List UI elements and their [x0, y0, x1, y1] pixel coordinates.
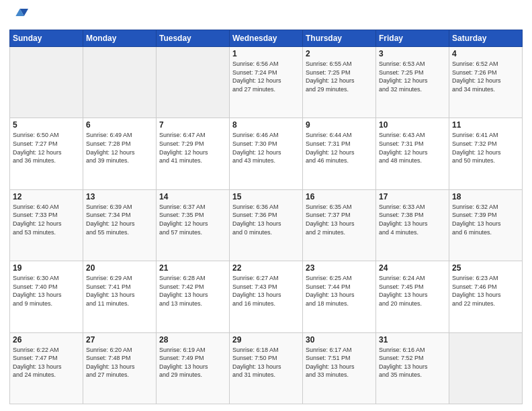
calendar-cell: 18Sunrise: 6:32 AM Sunset: 7:39 PM Dayli… [449, 189, 523, 261]
calendar-cell: 15Sunrise: 6:36 AM Sunset: 7:36 PM Dayli… [230, 189, 303, 261]
weekday-header-tuesday: Tuesday [157, 30, 230, 47]
day-info: Sunrise: 6:28 AM Sunset: 7:42 PM Dayligh… [159, 274, 226, 308]
calendar: SundayMondayTuesdayWednesdayThursdayFrid… [9, 30, 523, 404]
week-row-4: 19Sunrise: 6:30 AM Sunset: 7:40 PM Dayli… [10, 261, 523, 332]
day-number: 4 [452, 49, 519, 58]
day-info: Sunrise: 6:52 AM Sunset: 7:26 PM Dayligh… [452, 60, 519, 93]
weekday-row: SundayMondayTuesdayWednesdayThursdayFrid… [10, 30, 523, 47]
weekday-header-saturday: Saturday [449, 30, 523, 47]
day-info: Sunrise: 6:33 AM Sunset: 7:38 PM Dayligh… [379, 203, 446, 236]
calendar-cell: 10Sunrise: 6:43 AM Sunset: 7:31 PM Dayli… [376, 118, 449, 189]
calendar-cell: 16Sunrise: 6:35 AM Sunset: 7:37 PM Dayli… [303, 189, 376, 261]
day-number: 5 [13, 120, 80, 130]
day-number: 9 [306, 120, 373, 130]
day-number: 19 [13, 263, 80, 273]
day-info: Sunrise: 6:17 AM Sunset: 7:51 PM Dayligh… [306, 346, 373, 379]
day-number: 11 [452, 120, 519, 130]
calendar-cell: 1Sunrise: 6:56 AM Sunset: 7:24 PM Daylig… [230, 47, 303, 118]
day-info: Sunrise: 6:39 AM Sunset: 7:34 PM Dayligh… [86, 203, 153, 236]
day-number: 29 [232, 335, 300, 345]
day-number: 27 [86, 335, 153, 345]
calendar-cell [10, 47, 83, 118]
day-info: Sunrise: 6:24 AM Sunset: 7:45 PM Dayligh… [379, 274, 446, 308]
calendar-body: 1Sunrise: 6:56 AM Sunset: 7:24 PM Daylig… [10, 47, 523, 404]
day-info: Sunrise: 6:30 AM Sunset: 7:40 PM Dayligh… [13, 274, 80, 308]
calendar-cell: 11Sunrise: 6:41 AM Sunset: 7:32 PM Dayli… [449, 118, 523, 189]
day-number: 17 [379, 192, 446, 201]
day-number: 2 [306, 49, 373, 58]
calendar-cell: 30Sunrise: 6:17 AM Sunset: 7:51 PM Dayli… [303, 332, 376, 404]
calendar-cell: 20Sunrise: 6:29 AM Sunset: 7:41 PM Dayli… [83, 261, 157, 332]
day-info: Sunrise: 6:18 AM Sunset: 7:50 PM Dayligh… [232, 346, 300, 379]
day-info: Sunrise: 6:20 AM Sunset: 7:48 PM Dayligh… [86, 346, 153, 379]
day-info: Sunrise: 6:47 AM Sunset: 7:29 PM Dayligh… [159, 131, 226, 165]
day-info: Sunrise: 6:41 AM Sunset: 7:32 PM Dayligh… [452, 131, 519, 165]
day-info: Sunrise: 6:19 AM Sunset: 7:49 PM Dayligh… [159, 346, 226, 379]
calendar-cell: 17Sunrise: 6:33 AM Sunset: 7:38 PM Dayli… [376, 189, 449, 261]
day-info: Sunrise: 6:43 AM Sunset: 7:31 PM Dayligh… [379, 131, 446, 165]
calendar-cell [157, 47, 230, 118]
day-number: 13 [86, 192, 153, 201]
header [9, 7, 523, 26]
calendar-cell: 28Sunrise: 6:19 AM Sunset: 7:49 PM Dayli… [157, 332, 230, 404]
weekday-header-monday: Monday [83, 30, 157, 47]
day-number: 30 [306, 335, 373, 345]
day-info: Sunrise: 6:49 AM Sunset: 7:28 PM Dayligh… [86, 131, 153, 165]
calendar-cell: 8Sunrise: 6:46 AM Sunset: 7:30 PM Daylig… [230, 118, 303, 189]
calendar-cell: 26Sunrise: 6:22 AM Sunset: 7:47 PM Dayli… [10, 332, 83, 404]
page: SundayMondayTuesdayWednesdayThursdayFrid… [0, 0, 532, 411]
calendar-cell: 12Sunrise: 6:40 AM Sunset: 7:33 PM Dayli… [10, 189, 83, 261]
calendar-cell: 27Sunrise: 6:20 AM Sunset: 7:48 PM Dayli… [83, 332, 157, 404]
day-number: 14 [159, 192, 226, 201]
week-row-1: 1Sunrise: 6:56 AM Sunset: 7:24 PM Daylig… [10, 47, 523, 118]
day-info: Sunrise: 6:22 AM Sunset: 7:47 PM Dayligh… [13, 346, 80, 379]
day-number: 25 [452, 263, 519, 273]
day-info: Sunrise: 6:25 AM Sunset: 7:44 PM Dayligh… [306, 274, 373, 308]
day-info: Sunrise: 6:50 AM Sunset: 7:27 PM Dayligh… [13, 131, 80, 165]
week-row-5: 26Sunrise: 6:22 AM Sunset: 7:47 PM Dayli… [10, 332, 523, 404]
day-info: Sunrise: 6:36 AM Sunset: 7:36 PM Dayligh… [232, 203, 300, 236]
day-info: Sunrise: 6:44 AM Sunset: 7:31 PM Dayligh… [306, 131, 373, 165]
calendar-cell: 7Sunrise: 6:47 AM Sunset: 7:29 PM Daylig… [157, 118, 230, 189]
logo [9, 7, 31, 26]
weekday-header-wednesday: Wednesday [230, 30, 303, 47]
calendar-cell: 25Sunrise: 6:23 AM Sunset: 7:46 PM Dayli… [449, 261, 523, 332]
day-info: Sunrise: 6:29 AM Sunset: 7:41 PM Dayligh… [86, 274, 153, 308]
calendar-cell: 21Sunrise: 6:28 AM Sunset: 7:42 PM Dayli… [157, 261, 230, 332]
day-number: 1 [232, 49, 300, 58]
day-info: Sunrise: 6:46 AM Sunset: 7:30 PM Dayligh… [232, 131, 300, 165]
day-number: 12 [13, 192, 80, 201]
calendar-cell: 2Sunrise: 6:55 AM Sunset: 7:25 PM Daylig… [303, 47, 376, 118]
calendar-cell: 29Sunrise: 6:18 AM Sunset: 7:50 PM Dayli… [230, 332, 303, 404]
calendar-cell: 23Sunrise: 6:25 AM Sunset: 7:44 PM Dayli… [303, 261, 376, 332]
calendar-cell: 5Sunrise: 6:50 AM Sunset: 7:27 PM Daylig… [10, 118, 83, 189]
calendar-cell: 24Sunrise: 6:24 AM Sunset: 7:45 PM Dayli… [376, 261, 449, 332]
day-number: 31 [379, 335, 446, 345]
calendar-cell: 19Sunrise: 6:30 AM Sunset: 7:40 PM Dayli… [10, 261, 83, 332]
day-info: Sunrise: 6:35 AM Sunset: 7:37 PM Dayligh… [306, 203, 373, 236]
day-number: 8 [232, 120, 300, 130]
day-number: 10 [379, 120, 446, 130]
day-info: Sunrise: 6:53 AM Sunset: 7:25 PM Dayligh… [379, 60, 446, 93]
calendar-cell: 13Sunrise: 6:39 AM Sunset: 7:34 PM Dayli… [83, 189, 157, 261]
weekday-header-friday: Friday [376, 30, 449, 47]
day-info: Sunrise: 6:32 AM Sunset: 7:39 PM Dayligh… [452, 203, 519, 236]
day-info: Sunrise: 6:56 AM Sunset: 7:24 PM Dayligh… [232, 60, 300, 93]
day-info: Sunrise: 6:23 AM Sunset: 7:46 PM Dayligh… [452, 274, 519, 308]
weekday-header-thursday: Thursday [303, 30, 376, 47]
logo-icon [9, 7, 28, 26]
calendar-cell [83, 47, 157, 118]
day-number: 28 [159, 335, 226, 345]
calendar-cell: 4Sunrise: 6:52 AM Sunset: 7:26 PM Daylig… [449, 47, 523, 118]
day-number: 3 [379, 49, 446, 58]
day-number: 22 [232, 263, 300, 273]
calendar-cell: 6Sunrise: 6:49 AM Sunset: 7:28 PM Daylig… [83, 118, 157, 189]
day-info: Sunrise: 6:37 AM Sunset: 7:35 PM Dayligh… [159, 203, 226, 236]
day-number: 7 [159, 120, 226, 130]
week-row-3: 12Sunrise: 6:40 AM Sunset: 7:33 PM Dayli… [10, 189, 523, 261]
day-number: 6 [86, 120, 153, 130]
day-number: 15 [232, 192, 300, 201]
week-row-2: 5Sunrise: 6:50 AM Sunset: 7:27 PM Daylig… [10, 118, 523, 189]
calendar-cell: 14Sunrise: 6:37 AM Sunset: 7:35 PM Dayli… [157, 189, 230, 261]
day-info: Sunrise: 6:55 AM Sunset: 7:25 PM Dayligh… [306, 60, 373, 93]
